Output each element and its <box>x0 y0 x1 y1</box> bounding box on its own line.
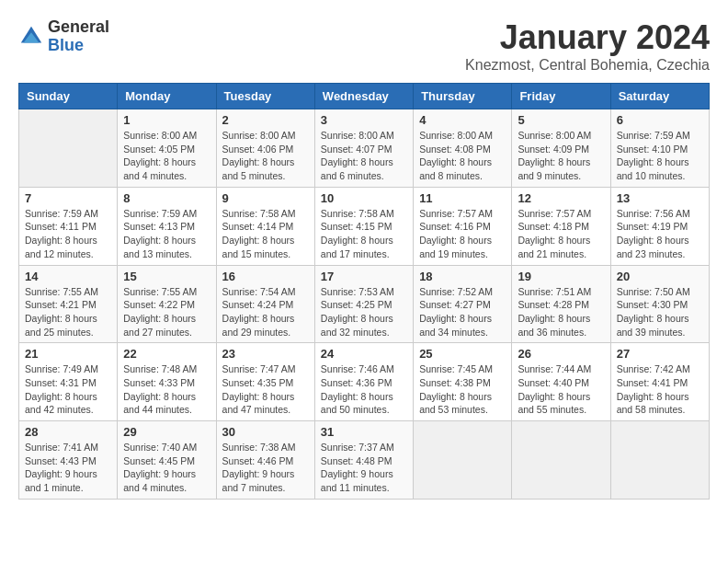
day-cell: 30Sunrise: 7:38 AMSunset: 4:46 PMDayligh… <box>216 421 314 500</box>
sunset-text: Sunset: 4:22 PM <box>123 299 195 310</box>
logo-icon <box>18 24 44 50</box>
daylight-text: Daylight: 8 hours and 17 minutes. <box>321 235 393 259</box>
day-number: 6 <box>617 113 703 127</box>
daylight-text: Daylight: 8 hours and 10 minutes. <box>617 156 689 181</box>
sunset-text: Sunset: 4:48 PM <box>321 455 392 466</box>
daylight-text: Daylight: 8 hours and 9 minutes. <box>518 156 590 181</box>
day-cell: 23Sunrise: 7:47 AMSunset: 4:35 PMDayligh… <box>216 343 314 421</box>
day-cell: 25Sunrise: 7:45 AMSunset: 4:38 PMDayligh… <box>414 343 512 421</box>
day-info: Sunrise: 7:54 AMSunset: 4:24 PMDaylight:… <box>222 285 309 339</box>
sunset-text: Sunset: 4:16 PM <box>419 221 491 232</box>
day-number: 2 <box>222 113 309 127</box>
day-number: 31 <box>321 425 407 439</box>
daylight-text: Daylight: 8 hours and 39 minutes. <box>617 313 689 338</box>
sunset-text: Sunset: 4:18 PM <box>518 221 589 232</box>
sunrise-text: Sunrise: 8:00 AM <box>123 130 197 141</box>
day-info: Sunrise: 7:45 AMSunset: 4:38 PMDaylight:… <box>419 362 506 417</box>
day-cell: 29Sunrise: 7:40 AMSunset: 4:45 PMDayligh… <box>118 421 216 500</box>
sunset-text: Sunset: 4:13 PM <box>123 221 195 232</box>
day-cell: 31Sunrise: 7:37 AMSunset: 4:48 PMDayligh… <box>314 421 413 500</box>
day-number: 11 <box>419 191 506 205</box>
day-number: 19 <box>518 270 604 283</box>
week-row-4: 28Sunrise: 7:41 AMSunset: 4:43 PMDayligh… <box>19 421 710 500</box>
day-info: Sunrise: 7:57 AMSunset: 4:18 PMDaylight:… <box>518 207 604 261</box>
daylight-text: Daylight: 9 hours and 4 minutes. <box>123 468 196 493</box>
day-info: Sunrise: 7:58 AMSunset: 4:15 PMDaylight:… <box>321 207 407 261</box>
day-cell <box>610 421 709 500</box>
sunrise-text: Sunrise: 7:49 AM <box>25 363 98 374</box>
sunrise-text: Sunrise: 7:42 AM <box>617 363 690 374</box>
day-number: 4 <box>419 113 506 127</box>
day-cell: 27Sunrise: 7:42 AMSunset: 4:41 PMDayligh… <box>610 343 709 421</box>
sunrise-text: Sunrise: 7:48 AM <box>123 363 197 374</box>
sunset-text: Sunset: 4:11 PM <box>25 221 97 232</box>
day-number: 8 <box>123 191 210 205</box>
day-info: Sunrise: 8:00 AMSunset: 4:07 PMDaylight:… <box>321 129 407 183</box>
daylight-text: Daylight: 8 hours and 55 minutes. <box>518 391 590 416</box>
logo-blue-text: Blue <box>48 37 109 55</box>
sunrise-text: Sunrise: 7:54 AM <box>222 286 296 297</box>
sunrise-text: Sunrise: 7:40 AM <box>123 442 197 453</box>
day-cell: 2Sunrise: 8:00 AMSunset: 4:06 PMDaylight… <box>216 109 314 188</box>
day-info: Sunrise: 7:56 AMSunset: 4:19 PMDaylight:… <box>617 207 703 261</box>
day-info: Sunrise: 7:38 AMSunset: 4:46 PMDaylight:… <box>222 441 309 495</box>
subtitle: Knezmost, Central Bohemia, Czechia <box>465 57 710 74</box>
day-number: 18 <box>419 270 506 283</box>
week-row-2: 14Sunrise: 7:55 AMSunset: 4:21 PMDayligh… <box>19 265 710 343</box>
sunset-text: Sunset: 4:07 PM <box>321 144 392 155</box>
sunrise-text: Sunrise: 7:41 AM <box>25 442 98 453</box>
daylight-text: Daylight: 8 hours and 29 minutes. <box>222 313 295 338</box>
day-info: Sunrise: 8:00 AMSunset: 4:09 PMDaylight:… <box>518 129 604 183</box>
day-number: 15 <box>123 270 210 283</box>
sunset-text: Sunset: 4:38 PM <box>419 377 491 388</box>
sunset-text: Sunset: 4:25 PM <box>321 299 392 310</box>
sunrise-text: Sunrise: 7:50 AM <box>617 286 690 297</box>
logo: General Blue <box>18 18 109 55</box>
day-info: Sunrise: 7:41 AMSunset: 4:43 PMDaylight:… <box>25 441 111 495</box>
day-number: 7 <box>25 191 111 205</box>
day-info: Sunrise: 7:49 AMSunset: 4:31 PMDaylight:… <box>25 362 111 417</box>
sunset-text: Sunset: 4:31 PM <box>25 377 97 388</box>
header-friday: Friday <box>512 84 610 109</box>
sunset-text: Sunset: 4:41 PM <box>617 377 688 388</box>
daylight-text: Daylight: 8 hours and 8 minutes. <box>419 156 492 181</box>
day-info: Sunrise: 7:57 AMSunset: 4:16 PMDaylight:… <box>419 207 506 261</box>
page-header: General Blue January 2024 Knezmost, Cent… <box>18 18 710 74</box>
day-info: Sunrise: 7:59 AMSunset: 4:10 PMDaylight:… <box>617 129 703 183</box>
sunset-text: Sunset: 4:09 PM <box>518 144 589 155</box>
day-info: Sunrise: 7:55 AMSunset: 4:21 PMDaylight:… <box>25 285 111 339</box>
day-cell: 20Sunrise: 7:50 AMSunset: 4:30 PMDayligh… <box>610 265 709 343</box>
sunrise-text: Sunrise: 7:55 AM <box>25 286 98 297</box>
sunrise-text: Sunrise: 7:46 AM <box>321 363 394 374</box>
daylight-text: Daylight: 9 hours and 7 minutes. <box>222 468 295 493</box>
sunrise-text: Sunrise: 7:52 AM <box>419 286 493 297</box>
sunrise-text: Sunrise: 8:00 AM <box>321 130 394 141</box>
sunset-text: Sunset: 4:21 PM <box>25 299 97 310</box>
week-row-3: 21Sunrise: 7:49 AMSunset: 4:31 PMDayligh… <box>19 343 710 421</box>
sunrise-text: Sunrise: 7:55 AM <box>123 286 197 297</box>
sunrise-text: Sunrise: 7:59 AM <box>25 208 98 219</box>
day-number: 22 <box>123 347 210 361</box>
sunset-text: Sunset: 4:24 PM <box>222 299 294 310</box>
day-number: 26 <box>518 347 604 361</box>
day-number: 21 <box>25 347 111 361</box>
sunrise-text: Sunrise: 7:56 AM <box>617 208 690 219</box>
header-saturday: Saturday <box>610 84 709 109</box>
day-info: Sunrise: 7:52 AMSunset: 4:27 PMDaylight:… <box>419 285 506 339</box>
day-number: 24 <box>321 347 407 361</box>
week-row-0: 1Sunrise: 8:00 AMSunset: 4:05 PMDaylight… <box>19 109 710 188</box>
sunrise-text: Sunrise: 7:47 AM <box>222 363 296 374</box>
header-sunday: Sunday <box>19 84 118 109</box>
sunrise-text: Sunrise: 8:00 AM <box>419 130 493 141</box>
day-cell: 22Sunrise: 7:48 AMSunset: 4:33 PMDayligh… <box>118 343 216 421</box>
month-title: January 2024 <box>465 18 710 57</box>
day-number: 5 <box>518 113 604 127</box>
day-info: Sunrise: 8:00 AMSunset: 4:08 PMDaylight:… <box>419 129 506 183</box>
calendar-header: SundayMondayTuesdayWednesdayThursdayFrid… <box>19 84 710 109</box>
day-cell: 10Sunrise: 7:58 AMSunset: 4:15 PMDayligh… <box>314 187 413 265</box>
sunset-text: Sunset: 4:35 PM <box>222 377 294 388</box>
day-cell: 13Sunrise: 7:56 AMSunset: 4:19 PMDayligh… <box>610 187 709 265</box>
daylight-text: Daylight: 8 hours and 4 minutes. <box>123 156 196 181</box>
day-cell: 21Sunrise: 7:49 AMSunset: 4:31 PMDayligh… <box>19 343 118 421</box>
daylight-text: Daylight: 8 hours and 47 minutes. <box>222 391 295 416</box>
